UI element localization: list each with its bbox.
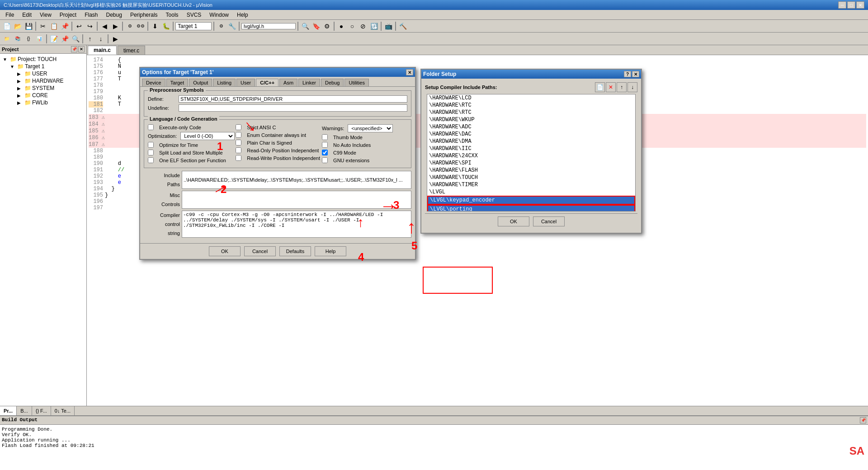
clear-btn[interactable]: ⊘ bbox=[358, 21, 368, 31]
func-btn[interactable]: {} bbox=[24, 34, 33, 44]
build-pin-btn[interactable]: 📌 bbox=[860, 417, 866, 423]
one-elf-check[interactable] bbox=[148, 157, 154, 163]
tab-cpp[interactable]: C/C++ bbox=[256, 79, 278, 86]
define-input[interactable] bbox=[179, 95, 407, 103]
down-btn[interactable]: ↓ bbox=[96, 34, 106, 44]
path-porting[interactable]: \LVGL\porting bbox=[427, 205, 635, 212]
folder-cancel-btn[interactable]: Cancel bbox=[533, 216, 565, 226]
menu-edit[interactable]: Edit bbox=[19, 11, 35, 19]
misc-input[interactable] bbox=[182, 191, 411, 209]
save-btn[interactable]: 💾 bbox=[24, 21, 33, 31]
tab-utilities[interactable]: Utilities bbox=[344, 79, 368, 86]
no-auto-check[interactable] bbox=[322, 142, 328, 148]
tools-btn[interactable]: 🔨 bbox=[398, 21, 408, 31]
enum-check[interactable] bbox=[236, 132, 241, 138]
redo-btn[interactable]: ↪ bbox=[85, 21, 95, 31]
path-timer[interactable]: \HARDWARE\TIMER bbox=[427, 181, 635, 188]
new-file-btn[interactable]: 📄 bbox=[2, 21, 12, 31]
path-spi[interactable]: \HARDWARE\SPI bbox=[427, 160, 635, 167]
folder-new-btn[interactable]: 📄 bbox=[595, 82, 605, 92]
open-btn[interactable]: 📂 bbox=[13, 21, 23, 31]
rw-check[interactable] bbox=[236, 155, 241, 161]
execute-only-check[interactable] bbox=[148, 124, 154, 130]
menu-debug[interactable]: Debug bbox=[103, 11, 126, 19]
bottom-tab-b[interactable]: B... bbox=[17, 406, 32, 415]
cut-btn[interactable]: ✂ bbox=[38, 21, 48, 31]
display-btn[interactable]: 📺 bbox=[383, 21, 393, 31]
path-dac[interactable]: \HARDWARE\DAC bbox=[427, 131, 635, 138]
fwd-btn[interactable]: ▶ bbox=[110, 21, 120, 31]
opt-defaults-btn[interactable]: Defaults bbox=[279, 246, 311, 256]
menu-window[interactable]: Window bbox=[206, 11, 232, 19]
path-adc[interactable]: \HARDWARE\ADC bbox=[427, 123, 635, 131]
menu-peripherals[interactable]: Peripherals bbox=[127, 11, 161, 19]
undo-btn[interactable]: ↩ bbox=[74, 21, 84, 31]
manage-btn[interactable]: 🔧 bbox=[227, 21, 237, 31]
tab-target[interactable]: Target bbox=[166, 79, 189, 86]
tree-core[interactable]: ▶ 📁 CORE bbox=[16, 92, 85, 99]
targ-btn[interactable]: 📊 bbox=[34, 34, 44, 44]
path-wkup[interactable]: \HARDWARE\WKUP bbox=[427, 116, 635, 123]
path-iic[interactable]: \HARDWARE\IIC bbox=[427, 145, 635, 152]
tab-listing[interactable]: Listing bbox=[213, 79, 236, 86]
bottom-tab-f[interactable]: {} F... bbox=[32, 406, 51, 415]
bookmark-btn[interactable]: 🔖 bbox=[311, 21, 321, 31]
bottom-tab-te[interactable]: 0↓ Te... bbox=[51, 406, 75, 415]
build-btn[interactable]: ⚙ bbox=[125, 21, 135, 31]
nav1-btn[interactable]: 📌 bbox=[60, 34, 70, 44]
tab-timer-c[interactable]: timer.c bbox=[118, 46, 145, 55]
close-btn[interactable]: ✕ bbox=[856, 1, 864, 9]
tree-system[interactable]: ▶ 📁 SYSTEM bbox=[16, 85, 85, 92]
tree-root[interactable]: ▼ 📁 Project: TOUCH bbox=[2, 56, 85, 63]
tab-linker[interactable]: Linker bbox=[298, 79, 320, 86]
tab-output[interactable]: Output bbox=[189, 79, 212, 86]
folder-help-btn[interactable]: ? bbox=[624, 71, 631, 77]
path-lvgl[interactable]: \LVGL bbox=[427, 188, 635, 196]
copy-btn[interactable]: 📋 bbox=[49, 21, 59, 31]
opt-help-btn[interactable]: Help bbox=[315, 246, 346, 256]
path-flash[interactable]: \HARDWARE\FLASH bbox=[427, 167, 635, 174]
config-btn[interactable]: ⚙ bbox=[322, 21, 332, 31]
folder-up-btn[interactable]: ↑ bbox=[617, 82, 627, 92]
run2-btn[interactable]: ▶ bbox=[110, 34, 120, 44]
menu-svcs[interactable]: SVCS bbox=[183, 11, 205, 19]
download-btn[interactable]: ⬇ bbox=[150, 21, 160, 31]
paste-btn[interactable]: 📌 bbox=[60, 21, 70, 31]
path-24cxx[interactable]: \HARDWARE\24CXX bbox=[427, 152, 635, 160]
maximize-btn[interactable]: □ bbox=[847, 1, 855, 9]
include-input[interactable] bbox=[182, 171, 411, 189]
nav2-btn[interactable]: 🔍 bbox=[71, 34, 80, 44]
opt-select[interactable]: Level 0 (-O0) Level 1 (-O1) Level 2 (-O2… bbox=[180, 132, 235, 140]
back-btn[interactable]: ◀ bbox=[99, 21, 109, 31]
menu-project[interactable]: Project bbox=[56, 11, 80, 19]
tab-device[interactable]: Device bbox=[142, 79, 165, 86]
menu-file[interactable]: File bbox=[2, 11, 18, 19]
tab-debug[interactable]: Debug bbox=[321, 79, 344, 86]
step-btn[interactable]: 🔃 bbox=[369, 21, 379, 31]
add-file-btn[interactable]: 📝 bbox=[49, 34, 59, 44]
folder-down-btn[interactable]: ↓ bbox=[627, 82, 637, 92]
sidebar-close-btn[interactable]: ✕ bbox=[78, 46, 85, 52]
opt-cancel-btn[interactable]: Cancel bbox=[244, 246, 276, 256]
compiler-textarea[interactable]: -c99 -c -cpu Cortex-M3 -g -O0 -apcs=inte… bbox=[182, 211, 411, 238]
up-btn[interactable]: ↑ bbox=[85, 34, 95, 44]
undefine-input[interactable] bbox=[179, 104, 407, 112]
folder-delete-btn[interactable]: ✕ bbox=[606, 82, 616, 92]
tree-fwlib[interactable]: ▶ 📁 FWLib bbox=[16, 99, 85, 106]
minimize-btn[interactable]: ─ bbox=[838, 1, 846, 9]
menu-help[interactable]: Help bbox=[233, 11, 252, 19]
warn-select[interactable]: <unspecified> bbox=[348, 124, 393, 132]
path-rtc2[interactable]: \HARDWARE\RTC bbox=[427, 109, 635, 116]
target-select[interactable]: Target 1 bbox=[175, 22, 212, 30]
tab-main-c[interactable]: main.c bbox=[88, 46, 117, 55]
run-btn[interactable]: ● bbox=[336, 21, 346, 31]
tree-hardware[interactable]: ▶ 📁 HARDWARE bbox=[16, 77, 85, 85]
folder-ok-btn[interactable]: OK bbox=[498, 216, 529, 226]
menu-tools[interactable]: Tools bbox=[162, 11, 182, 19]
build-all-btn[interactable]: ⚙⚙ bbox=[136, 21, 146, 31]
menu-view[interactable]: View bbox=[36, 11, 55, 19]
strict-check[interactable] bbox=[236, 124, 241, 130]
book-btn[interactable]: 📚 bbox=[13, 34, 23, 44]
tree-user[interactable]: ▶ 📁 USER bbox=[16, 70, 85, 77]
tree-target1[interactable]: ▼ 📁 Target 1 bbox=[9, 63, 85, 70]
